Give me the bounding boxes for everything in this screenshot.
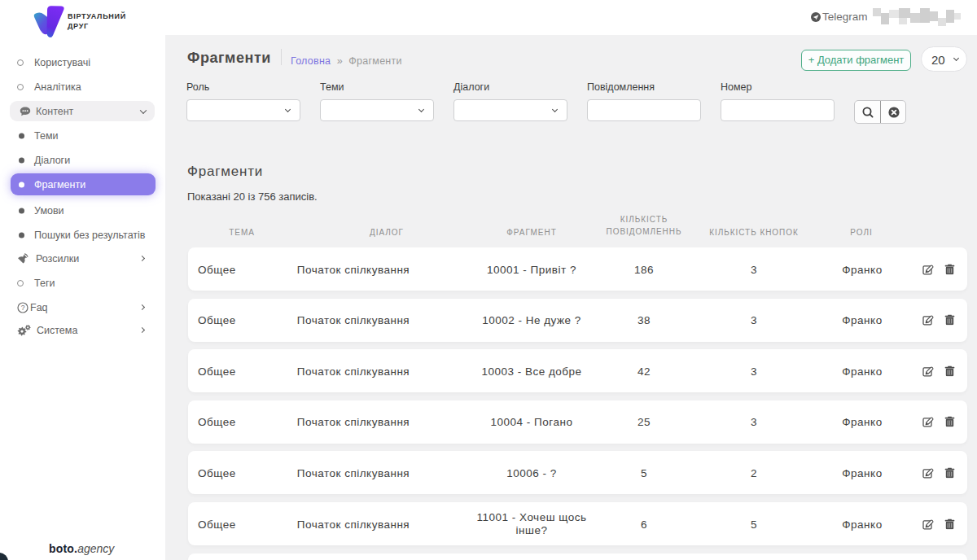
- svg-text:?: ?: [21, 304, 25, 312]
